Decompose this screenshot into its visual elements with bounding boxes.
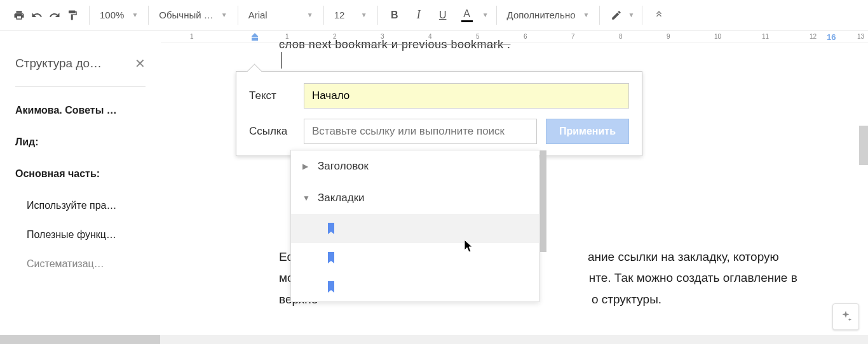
chevron-down-icon: ▼ [302,194,318,202]
chevron-right-icon: ▶ [302,162,318,171]
chevron-down-icon: ▼ [361,11,367,18]
indent-marker-left[interactable] [251,32,259,41]
underline-button[interactable]: U [434,6,452,24]
link-suggestions-dropdown: ▶ Заголовок ▼ Закладки [290,150,539,302]
print-button[interactable] [10,6,28,24]
suggestion-headings[interactable]: ▶ Заголовок [291,150,539,182]
edit-mode-button[interactable] [607,6,625,24]
undo-button[interactable] [28,6,46,24]
link-url-input[interactable] [304,119,537,144]
chevron-down-icon: ▼ [482,11,489,18]
link-url-label: Ссылка [249,125,304,138]
zoom-value: 100% [100,10,124,20]
outline-sidebar: Структура до… ✕ Акимова. Советы … Лид: О… [0,43,161,344]
redo-button[interactable] [46,6,64,24]
outline-item[interactable]: Основная часть: [15,168,146,180]
bold-button[interactable]: B [386,6,403,24]
suggestion-bookmarks[interactable]: ▼ Закладки [291,182,539,214]
suggestion-label: Заголовок [318,160,369,173]
collapse-toolbar-button[interactable] [650,6,668,24]
font-size-select[interactable]: 12▼ [332,10,370,20]
apply-link-button[interactable]: Применить [546,119,629,144]
document-canvas[interactable]: слов next bookmark и previous bookmark .… [161,43,868,344]
italic-button[interactable]: I [410,6,428,24]
horizontal-scrollbar-thumb[interactable] [0,335,160,344]
outline-subitem[interactable]: Полезные функц… [15,229,146,241]
text-cursor [281,52,281,69]
text-color-button[interactable]: A [458,6,476,24]
paint-format-button[interactable] [64,6,81,24]
chevron-down-icon: ▼ [307,11,313,18]
more-tools-select[interactable]: Дополнительно▼ [505,10,592,20]
chevron-down-icon: ▼ [221,11,227,18]
bookmark-suggestion-item[interactable] [291,272,539,301]
divider [15,86,146,87]
link-text-input[interactable] [304,83,629,109]
close-sidebar-button[interactable]: ✕ [130,56,146,71]
document-text: слов next bookmark и previous bookmark . [279,38,510,51]
horizontal-scrollbar-track[interactable] [160,335,868,344]
paragraph-style-select[interactable]: Обычный …▼ [156,10,229,20]
outline-subitem[interactable]: Используйте пра… [15,200,146,211]
font-value: Arial [248,10,268,20]
chevron-down-icon: ▼ [583,11,590,18]
text-color-letter: A [463,8,470,20]
toolbar: 100%▼ Обычный …▼ Arial▼ 12▼ B I U A ▼ До… [0,0,868,30]
link-text-label: Текст [249,89,304,102]
scrollbar[interactable] [540,150,546,252]
indent-marker-right[interactable]: 16 [827,32,836,42]
outline-subitem[interactable]: Систематизац… [15,258,146,270]
bookmark-suggestion-item[interactable] [291,243,539,272]
right-scroll-indicator[interactable] [859,126,868,165]
chevron-down-icon: ▼ [628,11,634,18]
explore-button[interactable] [832,303,859,330]
sidebar-title: Структура до… [15,56,130,70]
chevron-down-icon: ▼ [132,11,138,18]
text-color-bar [461,20,473,22]
bookmark-suggestion-item[interactable] [291,214,539,243]
suggestion-label: Закладки [318,192,365,204]
size-value: 12 [334,10,345,20]
outline-item[interactable]: Акимова. Советы … [15,105,146,116]
insert-link-dialog: Текст Ссылка Применить [236,71,642,156]
ruler[interactable]: 1 123 456 789 101112 131415 16 [161,30,868,43]
more-label: Дополнительно [507,10,576,20]
font-select[interactable]: Arial▼ [246,10,316,20]
style-value: Обычный … [159,10,213,20]
outline-item[interactable]: Лид: [15,136,146,148]
svg-rect-0 [252,38,258,41]
zoom-select[interactable]: 100%▼ [97,10,140,20]
